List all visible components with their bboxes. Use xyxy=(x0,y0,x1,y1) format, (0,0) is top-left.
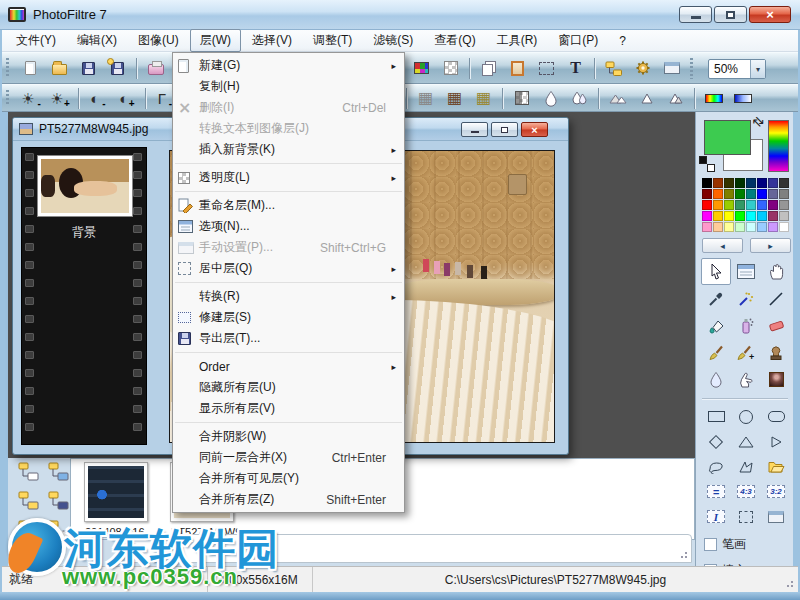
arrow-tool-button[interactable] xyxy=(701,258,731,285)
palette-color-11[interactable] xyxy=(735,189,745,199)
eyedropper-tool-button[interactable] xyxy=(701,285,731,312)
palette-color-6[interactable] xyxy=(768,178,778,188)
palette-color-31[interactable] xyxy=(779,211,789,221)
mosaic-brown-button[interactable]: ▦ xyxy=(440,86,469,110)
rainbow-picker[interactable] xyxy=(768,120,789,172)
menubar-item-9[interactable]: 窗口(P) xyxy=(548,29,608,52)
relief-mountain-button[interactable] xyxy=(632,86,661,110)
menubar-item-2[interactable]: 图像(U) xyxy=(128,29,189,52)
layer-menu-item-6[interactable]: 透明度(L)▸ xyxy=(173,167,404,188)
layer-menu-item-22[interactable]: 同前一层合并(X)Ctrl+Enter xyxy=(173,447,404,468)
menubar-item-0[interactable]: 文件(Y) xyxy=(6,29,66,52)
layer-menu-item-0[interactable]: 新建(G)▸ xyxy=(173,55,404,76)
rectangle-select-button[interactable] xyxy=(701,404,731,429)
layer-menu-item-10[interactable]: 手动设置(P)...Shift+Ctrl+G xyxy=(173,237,404,258)
fill-tool-button[interactable] xyxy=(701,312,731,339)
close-button[interactable]: × xyxy=(749,6,791,23)
palette-color-23[interactable] xyxy=(779,200,789,210)
layer-tree-image-button[interactable] xyxy=(46,460,72,482)
menubar-item-4[interactable]: 选择(V) xyxy=(242,29,302,52)
manual-select-button[interactable] xyxy=(731,504,761,529)
foreground-color-swatch[interactable] xyxy=(704,120,751,155)
soften-mountains-button[interactable] xyxy=(603,86,632,110)
palette-color-33[interactable] xyxy=(713,222,723,232)
brightness-plus-button[interactable]: ☀+ xyxy=(45,86,74,110)
contrast-minus-button[interactable]: ◐- xyxy=(83,86,112,110)
ratio-3-2-button[interactable]: 3:2 xyxy=(761,479,791,504)
menubar-item-8[interactable]: 工具(R) xyxy=(487,29,548,52)
line-tool-button[interactable] xyxy=(761,285,791,312)
palette-color-34[interactable] xyxy=(724,222,734,232)
zoom-dropdown-arrow-icon[interactable]: ▾ xyxy=(750,60,765,78)
toolbar-grip[interactable] xyxy=(6,90,9,106)
layer-menu-item-9[interactable]: 选项(N)... xyxy=(173,216,404,237)
sharpen-mountains-button[interactable] xyxy=(661,86,690,110)
palette-color-36[interactable] xyxy=(746,222,756,232)
layer-menu-item-13[interactable]: 转换(R)▸ xyxy=(173,286,404,307)
palette-color-22[interactable] xyxy=(768,200,778,210)
palette-color-35[interactable] xyxy=(735,222,745,232)
brush-tool-button[interactable] xyxy=(701,339,731,366)
checkbox-0[interactable] xyxy=(704,538,717,551)
layer-menu-item-4[interactable]: 插入新背景(K)▸ xyxy=(173,139,404,160)
palette-color-0[interactable] xyxy=(702,178,712,188)
ratio-equal-button[interactable]: = xyxy=(701,479,731,504)
palette-color-5[interactable] xyxy=(757,178,767,188)
new-file-button[interactable] xyxy=(16,56,45,80)
layer-menu-item-23[interactable]: 合并所有可见层(Y) xyxy=(173,468,404,489)
menubar-item-3[interactable]: 层(W) xyxy=(190,29,241,52)
blur-tool-button[interactable] xyxy=(701,366,731,393)
rgb-gradient-button[interactable] xyxy=(699,86,728,110)
palette-color-27[interactable] xyxy=(735,211,745,221)
magic-wand-tool-button[interactable] xyxy=(731,285,761,312)
brightness-minus-button[interactable]: ☀- xyxy=(16,86,45,110)
thumbnail-item[interactable] xyxy=(84,462,148,522)
palette-color-18[interactable] xyxy=(724,200,734,210)
palette-color-25[interactable] xyxy=(713,211,723,221)
maximize-button[interactable] xyxy=(714,6,747,23)
toolbar-grip[interactable] xyxy=(6,58,9,78)
text-bound-button[interactable]: I xyxy=(701,504,731,529)
layer-menu-item-19[interactable]: 显示所有层(V) xyxy=(173,398,404,419)
palette-color-32[interactable] xyxy=(702,222,712,232)
layer-menu-item-14[interactable]: 修建层(S) xyxy=(173,307,404,328)
polygon-select-button[interactable] xyxy=(731,454,761,479)
blur-drop-button[interactable] xyxy=(536,86,565,110)
smudge-tool-button[interactable] xyxy=(731,366,761,393)
zoom-combo[interactable]: 50% ▾ xyxy=(708,59,766,79)
image-frame-button[interactable] xyxy=(503,56,532,80)
transparency-mode-button[interactable] xyxy=(436,56,465,80)
palette-color-15[interactable] xyxy=(779,189,789,199)
options-panel-button[interactable] xyxy=(657,56,686,80)
ratio-4-3-button[interactable]: 4:3 xyxy=(731,479,761,504)
layer-menu-item-15[interactable]: 导出层(T)... xyxy=(173,328,404,349)
photo-mask-button[interactable] xyxy=(507,86,536,110)
clone-stamp-tool-button[interactable] xyxy=(761,339,791,366)
open-file-button[interactable] xyxy=(45,56,74,80)
menubar-item-6[interactable]: 滤镜(S) xyxy=(363,29,423,52)
image-nozzle-tool-button[interactable] xyxy=(761,366,791,393)
explorer-tree-button[interactable] xyxy=(599,56,628,80)
palette-color-3[interactable] xyxy=(735,178,745,188)
layer-tree-new-button[interactable] xyxy=(16,460,42,482)
save-as-button[interactable] xyxy=(103,56,132,80)
save-button[interactable] xyxy=(74,56,103,80)
reset-colors-icon[interactable] xyxy=(699,156,715,172)
selection-mode-button[interactable] xyxy=(532,56,561,80)
toolbar-grip[interactable] xyxy=(690,58,693,79)
print-button[interactable] xyxy=(141,56,170,80)
palette-color-8[interactable] xyxy=(702,189,712,199)
text-tool-button[interactable]: T xyxy=(561,56,590,80)
menubar-item-5[interactable]: 调整(T) xyxy=(303,29,362,52)
duplicate-layer-button[interactable] xyxy=(474,56,503,80)
palette-color-7[interactable] xyxy=(779,178,789,188)
palette-color-2[interactable] xyxy=(724,178,734,188)
layer-menu-item-24[interactable]: 合并所有层(Z)Shift+Enter xyxy=(173,489,404,510)
palette-color-21[interactable] xyxy=(757,200,767,210)
layer-menu-item-3[interactable]: 转换文本到图像层(J) xyxy=(173,118,404,139)
layer-menu-item-8[interactable]: 重命名层(M)... xyxy=(173,195,404,216)
layer-menu-item-1[interactable]: 复制(H) xyxy=(173,76,404,97)
rounded-rect-select-button[interactable] xyxy=(761,404,791,429)
image-close-button[interactable]: × xyxy=(521,122,548,137)
layer-tree-select-button[interactable] xyxy=(16,518,42,540)
